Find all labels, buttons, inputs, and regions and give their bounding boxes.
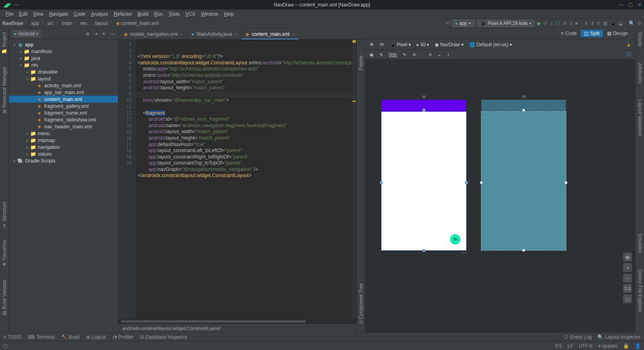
vcs-commit-button[interactable]: ⬆ [590,21,594,26]
tool-structure[interactable]: ℹStructure [2,202,7,229]
menu-window[interactable]: Window [198,10,221,18]
tree-node-mipmap[interactable]: ▸📁mipmap [9,137,118,144]
tree-node-Gradle-Scripts[interactable]: ▸🐘Gradle Scripts [9,157,118,164]
status-quickdoc-icon[interactable]: ▢ [3,343,8,349]
menu-view[interactable]: View [31,10,46,18]
mode-split[interactable]: ◫ Split [581,30,603,37]
close-icon[interactable]: × [292,32,294,37]
tree-node-app[interactable]: ▾▣app [9,41,118,48]
sync-icon[interactable]: ⟲ [446,21,450,26]
code-area[interactable]: <?xml version="1.0" encoding="utf-8"?> <… [135,39,356,319]
pan-tool-icon[interactable]: ↯ [379,52,383,58]
tool-attributes[interactable]: Attributes [637,63,643,83]
project-tree[interactable]: ▾▣app▸📁manifests▸📁java▾📁res▸📁drawable▾📁l… [9,39,118,332]
hide-button[interactable]: — [110,31,115,37]
theme-picker[interactable]: ◉ NavDraw ▾ [435,42,463,47]
zoom-layers[interactable]: ▤ [623,253,632,261]
settings-button[interactable]: ⚙ [637,21,642,26]
select-opened-file-button[interactable]: ⊕ [86,31,90,37]
editor-tab[interactable]: ◆content_main.xml× [242,29,299,39]
device-picker[interactable]: 📱 Pixel ▾ [390,42,411,47]
mode-code[interactable]: ≡ Code [558,30,580,37]
menu-build[interactable]: Build [135,10,151,18]
tool-project[interactable]: 📁Project [2,32,7,55]
sdk-manager-button[interactable]: ⬓ [618,21,623,26]
project-view-selector[interactable]: ▸ Android ▾ [12,30,41,37]
tree-node-java[interactable]: ▸📁java [9,55,118,62]
tree-node-nav_header_main-xml[interactable]: ◆nav_header_main.xml [9,123,118,130]
zoom-reset[interactable]: ▢ [623,294,632,303]
tree-node-values[interactable]: ▸📁values [9,150,118,157]
collapse-all-button[interactable]: ⇥ [94,31,98,37]
palette-tab[interactable]: Palette [358,56,364,70]
tree-node-fragment_gallery-xml[interactable]: ◆fragment_gallery.xml [9,103,118,109]
eye-icon[interactable]: 👁 [369,42,374,47]
menu-analyze[interactable]: Analyze [89,10,111,18]
tree-node-drawable[interactable]: ▸📁drawable [9,68,118,75]
tree-node-layout[interactable]: ▾📁layout [9,75,118,82]
pack-icon[interactable]: ⫠ [437,52,442,58]
close-icon[interactable]: × [180,32,183,37]
layout-validation-button[interactable]: ▦ [603,21,607,26]
breadcrumb-bar[interactable]: androidx.constraintlayout.widget.Constra… [118,323,356,332]
tool-emulator[interactable]: Emulator [637,234,643,253]
menu-code[interactable]: Code [71,10,88,18]
clear-constraints-icon[interactable]: ✕ [412,52,416,58]
stop-button[interactable]: ■ [575,21,578,26]
margin-picker[interactable]: 0dp [389,52,397,58]
status-cursor[interactable]: 9:5 [555,343,562,349]
menu-tools[interactable]: Tools [166,10,182,18]
status-indent[interactable]: 4 spaces [598,343,617,349]
apply-changes-button[interactable]: ⟳ [543,21,547,26]
tool-build-variants[interactable]: ▤Build Variants [2,280,7,316]
code-editor[interactable]: 1234567891011121314151617181920 <?xml ve… [118,39,357,332]
tool-event-log[interactable]: 🗨 Event Log [564,334,592,340]
locale-picker[interactable]: 🌐 Default (en-us) ▾ [469,42,512,47]
tool-build[interactable]: 🔨 Build [61,334,80,340]
breadcrumb-item[interactable]: ◆content_main.xml [116,21,159,26]
tree-node-navigation[interactable]: ▸📁navigation [9,144,118,150]
tool-terminal[interactable]: ⌨ Terminal [28,334,54,340]
tree-node-fragment_home-xml[interactable]: ◆fragment_home.xml [9,109,118,116]
window-close[interactable]: ✕ [638,2,642,8]
menu-refactor[interactable]: Refactor [111,10,134,18]
line-gutter[interactable]: 1234567891011121314151617181920 [118,39,135,319]
editor-tab[interactable]: ◆mobile_navigation.xml× [120,29,187,39]
window-maximize[interactable]: ▢ [628,2,633,8]
tool-favorites[interactable]: ★Favorites [2,240,7,267]
status-inspection-icon[interactable]: 👤 [635,343,641,349]
tool-logcat[interactable]: ≣ Logcat [86,334,106,340]
zoom-in[interactable]: ＋ [623,263,632,272]
tree-node-content_main-xml[interactable]: ◆content_main.xml [9,96,118,103]
vcs-history-button[interactable]: ⧉ [597,21,601,26]
device-selector[interactable]: 📱 Pixel 4 API 29 kski ▾ [477,20,535,27]
breadcrumb[interactable]: NavDraw〉app〉src〉main〉res〉layout〉◆content… [2,20,159,27]
status-encoding[interactable]: UTF-8 [579,343,592,349]
align-icon[interactable]: ≡ [429,52,431,58]
breadcrumb-item[interactable]: NavDraw [2,21,23,26]
design-surface[interactable]: ʍ ✉ ⤡ [382,100,466,250]
status-readonly-icon[interactable]: 🔒 [623,343,629,349]
design-canvas[interactable]: ʍ ✉ ⤡ ʍ [365,60,635,332]
search-everywhere-button[interactable]: 🔍 [629,21,635,26]
tool-device-file-explorer[interactable]: Device File Explorer [637,269,643,312]
tool-database-inspector[interactable]: ⛁ Database Inspector [140,334,188,340]
orientation-icon[interactable]: ⟳ [380,42,384,47]
tool-gradle[interactable]: Gradle [637,32,643,47]
tree-node-fragment_slideshow-xml[interactable]: ◆fragment_slideshow.xml [9,116,118,123]
menu-run[interactable]: Run [152,10,165,18]
api-picker[interactable]: ▸ 30 ▾ [417,42,429,47]
debug-button[interactable]: ⌗ [550,21,553,26]
module-selector[interactable]: ▸ app ▾ [452,20,475,27]
mode-design[interactable]: ▦ Design [604,30,631,37]
breadcrumb-item[interactable]: main [62,21,72,26]
coverage-button[interactable]: 🛡 [555,21,560,26]
component-tree-tab[interactable]: ⊙ Component Tree [358,283,364,324]
breadcrumb-item[interactable]: res [80,21,87,26]
warning-icon[interactable]: ▲ [626,42,631,47]
breadcrumb-item[interactable]: src [47,21,54,26]
menu-help[interactable]: Help [221,10,236,18]
window-minimize[interactable]: — [619,2,623,8]
attach-debugger-button[interactable]: ⇲ [569,21,573,26]
tree-node-manifests[interactable]: ▸📁manifests [9,48,118,55]
